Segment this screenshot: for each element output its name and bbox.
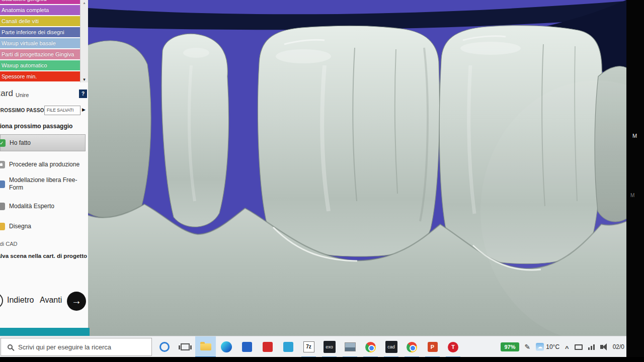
wizard-item-label: Modellazione libera Free-Form: [9, 176, 79, 192]
layer-row-canali-delle-viti[interactable]: Canali delle viti: [0, 16, 80, 26]
section-title: Seleziona prossimo passaggio: [0, 123, 72, 130]
red-app-icon: [263, 342, 273, 352]
taskbar-icon-cad-app[interactable]: cad: [381, 336, 401, 357]
taskbar-icon-7zip[interactable]: 7z: [298, 336, 319, 357]
task-view-icon: [181, 343, 190, 350]
right-edge-letter: M: [630, 193, 634, 198]
layer-row-scansioni-gengiva[interactable]: Scansioni gengiva: [0, 0, 80, 4]
cad-app-icon: cad: [385, 341, 397, 353]
layer-row-spessore-min[interactable]: Spessore min.: [0, 71, 80, 81]
taskbar-icon-teal-app[interactable]: [278, 336, 298, 357]
pen-icon[interactable]: ✎: [525, 343, 531, 351]
weather-widget[interactable]: ☁ 10°C: [536, 343, 559, 351]
layer-scrollbar[interactable]: ▴ ▾: [80, 0, 88, 82]
freeform-icon: [0, 180, 5, 188]
powerpoint-icon: P: [428, 342, 438, 352]
temperature-label: 10°C: [546, 343, 559, 350]
expert-mode-icon: [0, 203, 5, 210]
screen-right-edge: M M: [626, 0, 644, 362]
next-step-label: PROSSIMO PASSO:: [0, 108, 46, 113]
layer-label: Canali delle viti: [2, 18, 39, 24]
scroll-down-icon[interactable]: ▾: [80, 77, 88, 82]
check-icon: ✓: [0, 139, 6, 147]
help-button[interactable]: ?: [79, 89, 87, 98]
wizard-item-disegna[interactable]: Disegna: [0, 220, 86, 233]
save-scene-link[interactable]: Salva scena nella cart. di progetto: [0, 253, 87, 259]
blue-app-icon: [242, 342, 252, 352]
layer-row-waxup-automatico[interactable]: Waxup automatico: [0, 60, 80, 70]
wizard-item-modalita-esperto[interactable]: Modalità Esperto: [0, 200, 86, 213]
layer-row-parte-inferiore[interactable]: Parte inferiore dei disegni: [0, 27, 80, 37]
layer-row-anatomia-completa[interactable]: Anatomia completa: [0, 5, 80, 15]
next-step-dropdown[interactable]: FILE SALVATI: [44, 106, 80, 115]
clock-date[interactable]: 02/0: [613, 343, 624, 350]
layer-label: Anatomia completa: [2, 7, 49, 13]
cortana-icon: [159, 342, 170, 352]
teal-app-icon: [283, 342, 293, 352]
weather-icon: ☁: [536, 343, 544, 351]
display-icon[interactable]: [575, 344, 583, 350]
3d-viewport[interactable]: [88, 0, 626, 336]
layer-label: Waxup virtuale basale: [2, 40, 56, 46]
network-signal-icon[interactable]: [588, 344, 595, 350]
taskbar-icon-image-viewer[interactable]: [340, 336, 360, 357]
forward-button-label[interactable]: Avanti: [40, 296, 62, 305]
back-button-circle[interactable]: [0, 293, 3, 309]
layer-list: Scansioni gengiva Anatomia completa Cana…: [0, 0, 80, 82]
wizard-item-label: Ho fatto: [10, 139, 31, 147]
chrome-icon: [407, 342, 417, 352]
exocad-icon: exo: [324, 341, 336, 353]
scroll-up-icon[interactable]: ▴: [80, 1, 88, 5]
photographed-screen: Scansioni gengiva Anatomia completa Cana…: [0, 0, 644, 362]
layer-row-waxup-virtuale[interactable]: Waxup virtuale basale: [0, 38, 80, 48]
folder-icon: [200, 343, 211, 350]
battery-indicator[interactable]: 97%: [501, 342, 519, 351]
exit-cad-link[interactable]: Uscita di CAD: [0, 241, 17, 247]
taskbar-icon-red-circle-app[interactable]: T: [443, 336, 463, 357]
taskbar-icon-blue-app[interactable]: [236, 336, 257, 357]
search-input[interactable]: Scrivi qui per eseguire la ricerca: [1, 338, 152, 356]
layer-row-parti-progettazione-gingiva[interactable]: Parti di progettazione Gingiva: [0, 49, 80, 59]
wizard-sidebar: Scansioni gengiva Anatomia completa Cana…: [0, 0, 88, 336]
taskbar-icon-edge[interactable]: [216, 336, 236, 357]
taskbar-icon-red-app[interactable]: [257, 336, 278, 357]
layer-label: Parte inferiore dei disegni: [2, 29, 64, 35]
wizard-item-procedere-produzione[interactable]: Procedere alla produzione: [0, 158, 86, 171]
taskbar-icon-powerpoint[interactable]: P: [422, 336, 443, 357]
wizard-item-freeform[interactable]: Modellazione libera Free-Form: [0, 175, 86, 193]
7zip-icon: 7z: [303, 341, 314, 352]
speaker-icon[interactable]: [600, 345, 603, 349]
red-circle-app-icon: T: [448, 342, 458, 352]
dental-model-render: [88, 0, 626, 336]
search-icon: [8, 344, 13, 349]
layer-label: Parti di progettazione Gingiva: [2, 51, 74, 57]
next-step-arrow-icon[interactable]: ▶: [82, 107, 86, 112]
right-edge-letter: M: [632, 133, 637, 139]
wizard-item-ho-fatto[interactable]: ✓ Ho fatto: [0, 134, 86, 151]
tooth-incisor-left: [258, 26, 439, 256]
taskbar-icon-cortana[interactable]: [154, 336, 175, 357]
taskbar-icons: 7z exo cad P T: [154, 336, 463, 357]
search-placeholder: Scrivi qui per eseguire la ricerca: [18, 343, 111, 351]
taskbar-icon-chrome-2[interactable]: [401, 336, 422, 357]
window-bottom-accent: [0, 328, 90, 336]
layer-label: Waxup automatico: [2, 62, 47, 68]
layer-label: Scansioni gengiva: [2, 0, 46, 2]
pencil-icon: [0, 223, 5, 230]
taskbar-icon-exocad[interactable]: exo: [319, 336, 340, 357]
tray-overflow-chevron-icon[interactable]: ^: [565, 344, 569, 352]
chrome-icon: [365, 342, 376, 352]
taskbar-icon-task-view[interactable]: [175, 336, 195, 357]
wizard-mode-label: Unire: [16, 92, 29, 98]
wizard-item-label: Procedere alla produzione: [9, 161, 79, 168]
forward-button[interactable]: →: [67, 292, 86, 311]
layer-label: Spessore min.: [2, 73, 37, 79]
screen-bottom-edge: [0, 357, 644, 362]
back-button-label[interactable]: Indietro: [7, 296, 34, 305]
windows-taskbar: Scrivi qui per eseguire la ricerca 7z ex…: [0, 336, 626, 357]
tooth-premolar: [162, 34, 228, 227]
system-tray: 97% ✎ ☁ 10°C ^ 02/0: [501, 336, 624, 357]
taskbar-icon-chrome[interactable]: [360, 336, 381, 357]
taskbar-icon-file-explorer[interactable]: [195, 336, 216, 357]
photo-thumbnail-icon: [345, 342, 356, 351]
